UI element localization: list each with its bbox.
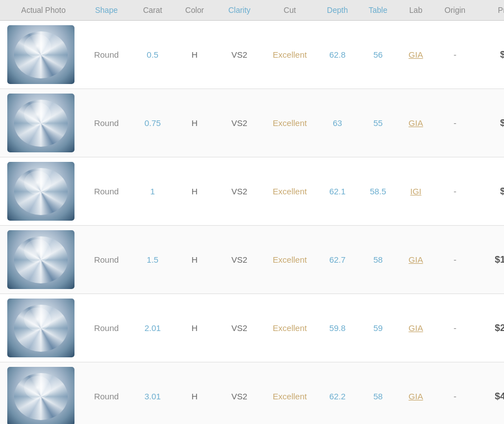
header-table: Table: [358, 6, 398, 15]
cell-clarity-4: VS2: [216, 318, 263, 338]
cell-lab-3[interactable]: GIA: [398, 249, 434, 270]
cell-lab-2[interactable]: IGI: [398, 181, 434, 202]
cell-shape-3: Round: [81, 249, 132, 270]
cell-table-1: 55: [358, 113, 398, 133]
header-depth: Depth: [316, 6, 358, 15]
cell-depth-3: 62.7: [316, 249, 358, 270]
diamond-image-4: [7, 299, 74, 357]
header-clarity: Clarity: [216, 6, 263, 15]
cell-cut-4: Excellent: [263, 318, 316, 338]
cell-color-4: H: [174, 318, 216, 338]
cell-color-1: H: [174, 113, 216, 133]
table-header: Actual Photo Shape Carat Color Clarity C…: [0, 0, 504, 21]
cell-origin-0: -: [434, 44, 476, 65]
cell-photo-4: [0, 294, 81, 362]
cell-price-0: $1,450: [476, 44, 504, 66]
table-row: Round 0.75 H VS2 Excellent 63 55 GIA - $…: [0, 89, 504, 157]
cell-table-2: 58.5: [358, 181, 398, 202]
header-price: Price: [476, 6, 504, 15]
cell-origin-2: -: [434, 181, 476, 202]
cell-shape-5: Round: [81, 386, 132, 407]
cell-carat-1: 0.75: [132, 113, 174, 133]
cell-clarity-3: VS2: [216, 249, 263, 270]
diamond-image-3: [7, 230, 74, 289]
cell-lab-4[interactable]: GIA: [398, 318, 434, 338]
table-row: Round 1 H VS2 Excellent 62.1 58.5 IGI - …: [0, 157, 504, 226]
cell-clarity-2: VS2: [216, 181, 263, 202]
cell-photo-5: [0, 362, 81, 424]
cell-carat-0: 0.5: [132, 44, 174, 65]
cell-table-3: 58: [358, 249, 398, 270]
header-carat: Carat: [132, 6, 174, 15]
cell-carat-3: 1.5: [132, 249, 174, 270]
cell-origin-5: -: [434, 386, 476, 407]
cell-depth-1: 63: [316, 113, 358, 133]
cell-table-4: 59: [358, 318, 398, 338]
cell-lab-0[interactable]: GIA: [398, 44, 434, 65]
diamond-image-0: [7, 25, 74, 84]
cell-origin-1: -: [434, 113, 476, 133]
cell-table-0: 56: [358, 44, 398, 65]
cell-cut-0: Excellent: [263, 44, 316, 65]
table-body: Round 0.5 H VS2 Excellent 62.8 56 GIA - …: [0, 21, 504, 424]
cell-table-5: 58: [358, 386, 398, 407]
cell-cut-2: Excellent: [263, 181, 316, 202]
cell-shape-1: Round: [81, 113, 132, 133]
table-row: Round 1.5 H VS2 Excellent 62.7 58 GIA - …: [0, 226, 504, 294]
cell-origin-4: -: [434, 318, 476, 338]
header-shape: Shape: [81, 6, 132, 15]
header-lab: Lab: [398, 6, 434, 15]
cell-origin-3: -: [434, 249, 476, 270]
header-origin: Origin: [434, 6, 476, 15]
cell-clarity-1: VS2: [216, 113, 263, 133]
table-row: Round 2.01 H VS2 Excellent 59.8 59 GIA -…: [0, 294, 504, 362]
cell-price-4: $20,890: [476, 317, 504, 339]
cell-depth-4: 59.8: [316, 318, 358, 338]
header-color: Color: [174, 6, 216, 15]
cell-carat-5: 3.01: [132, 386, 174, 407]
cell-lab-5[interactable]: GIA: [398, 386, 434, 407]
cell-depth-0: 62.8: [316, 44, 358, 65]
cell-color-0: H: [174, 44, 216, 65]
cell-shape-2: Round: [81, 181, 132, 202]
cell-price-5: $47,510: [476, 385, 504, 408]
diamond-image-1: [7, 94, 74, 152]
cell-price-2: $5,100: [476, 180, 504, 203]
table-row: Round 0.5 H VS2 Excellent 62.8 56 GIA - …: [0, 21, 504, 89]
cell-carat-4: 2.01: [132, 318, 174, 338]
cell-photo-0: [0, 21, 81, 88]
cell-cut-5: Excellent: [263, 386, 316, 407]
cell-photo-1: [0, 89, 81, 157]
cell-depth-5: 62.2: [316, 386, 358, 407]
table-row: Round 3.01 H VS2 Excellent 62.2 58 GIA -…: [0, 362, 504, 424]
cell-shape-4: Round: [81, 318, 132, 338]
cell-color-2: H: [174, 181, 216, 202]
cell-cut-1: Excellent: [263, 113, 316, 133]
cell-photo-2: [0, 157, 81, 225]
header-actual-photo: Actual Photo: [0, 6, 81, 15]
diamond-table: Actual Photo Shape Carat Color Clarity C…: [0, 0, 504, 424]
cell-price-1: $2,910: [476, 112, 504, 134]
cell-lab-1[interactable]: GIA: [398, 113, 434, 133]
cell-shape-0: Round: [81, 44, 132, 65]
cell-photo-3: [0, 226, 81, 293]
cell-carat-2: 1: [132, 181, 174, 202]
diamond-image-5: [7, 367, 74, 424]
cell-clarity-0: VS2: [216, 44, 263, 65]
cell-clarity-5: VS2: [216, 386, 263, 407]
cell-color-3: H: [174, 249, 216, 270]
header-cut: Cut: [263, 6, 316, 15]
cell-color-5: H: [174, 386, 216, 407]
diamond-image-2: [7, 162, 74, 221]
cell-price-3: $10,520: [476, 249, 504, 271]
cell-cut-3: Excellent: [263, 249, 316, 270]
cell-depth-2: 62.1: [316, 181, 358, 202]
